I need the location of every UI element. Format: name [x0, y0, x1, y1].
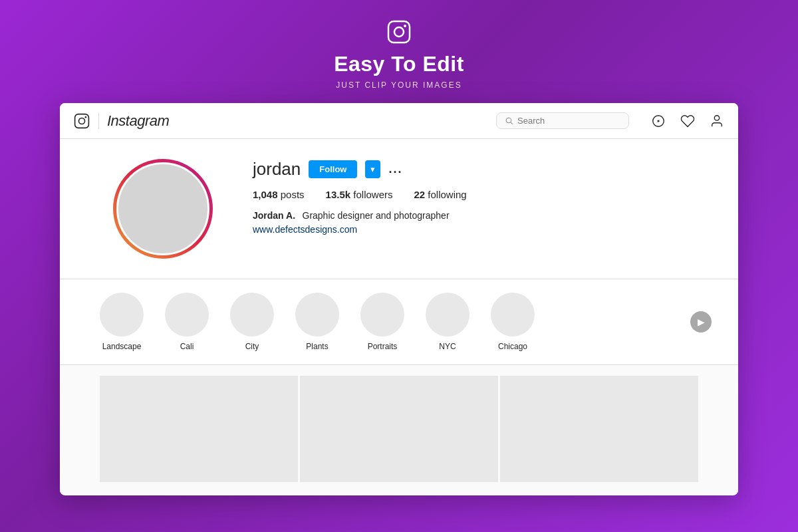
- nav-divider: [98, 113, 99, 129]
- story-item[interactable]: Portraits: [360, 293, 404, 351]
- story-label: Portraits: [368, 342, 398, 351]
- svg-rect-3: [75, 114, 89, 128]
- grid-item[interactable]: [100, 376, 298, 482]
- story-item[interactable]: Chicago: [491, 293, 535, 351]
- logo-area: Instagram: [73, 112, 169, 130]
- search-input[interactable]: [517, 116, 610, 126]
- follow-button[interactable]: Follow: [309, 160, 357, 178]
- story-circle: [426, 293, 469, 336]
- following-count: 22: [414, 189, 425, 200]
- avatar: [116, 162, 209, 255]
- header: Easy To Edit JUST CLIP YOUR IMAGES: [334, 0, 464, 103]
- instagram-logo-icon: [73, 112, 90, 130]
- instagram-wordmark: Instagram: [107, 112, 169, 130]
- svg-point-2: [404, 25, 406, 27]
- profile-section: jordan Follow ▾ ... 1,048 posts 13.5k fo…: [60, 139, 738, 279]
- posts-label: posts: [281, 189, 305, 200]
- page-subtitle: JUST CLIP YOUR IMAGES: [336, 80, 462, 90]
- svg-line-7: [511, 122, 512, 124]
- grid-item[interactable]: [300, 376, 498, 482]
- following-stat: 22 following: [414, 189, 466, 200]
- search-icon: [505, 116, 513, 125]
- story-label: City: [245, 342, 259, 351]
- story-label: Landscape: [102, 342, 142, 351]
- story-item[interactable]: City: [230, 293, 274, 351]
- stats-row: 1,048 posts 13.5k followers 22 following: [253, 189, 698, 200]
- user-icon[interactable]: [709, 113, 725, 129]
- avatar-container: [113, 159, 213, 259]
- instagram-header-icon: [386, 19, 412, 45]
- story-circle: [165, 293, 209, 336]
- svg-point-1: [394, 27, 404, 37]
- nav-icons: [650, 113, 725, 129]
- bio-row: Jordan A. Graphic designer and photograp…: [253, 209, 698, 235]
- story-label: NYC: [439, 342, 456, 351]
- bio-link[interactable]: www.defectsdesigns.com: [253, 224, 698, 235]
- follow-dropdown-button[interactable]: ▾: [365, 160, 380, 178]
- profile-info: jordan Follow ▾ ... 1,048 posts 13.5k fo…: [253, 159, 698, 235]
- more-options-button[interactable]: ...: [388, 162, 402, 176]
- following-label: following: [428, 189, 466, 200]
- svg-point-5: [85, 116, 87, 118]
- stories-section: LandscapeCaliCityPlantsPortraitsNYCChica…: [60, 279, 738, 365]
- bio-line: Jordan A. Graphic designer and photograp…: [253, 209, 698, 221]
- story-circle: [360, 293, 404, 336]
- story-label: Chicago: [498, 342, 527, 351]
- story-item[interactable]: Landscape: [100, 293, 144, 351]
- story-item[interactable]: Plants: [295, 293, 339, 351]
- bio-name: Jordan A.: [253, 210, 295, 221]
- svg-rect-0: [388, 21, 410, 43]
- followers-count: 13.5k: [326, 189, 351, 200]
- story-label: Plants: [306, 342, 328, 351]
- search-bar[interactable]: [496, 112, 629, 129]
- svg-point-4: [78, 118, 84, 124]
- story-circle: [491, 293, 535, 336]
- story-item[interactable]: Cali: [165, 293, 209, 351]
- story-item[interactable]: NYC: [426, 293, 469, 351]
- story-next-button[interactable]: ▶: [690, 311, 712, 332]
- main-card: Instagram: [60, 103, 738, 495]
- posts-count: 1,048: [253, 189, 278, 200]
- story-circle: [230, 293, 274, 336]
- followers-stat: 13.5k followers: [326, 189, 393, 200]
- svg-point-11: [714, 115, 719, 120]
- username: jordan: [253, 159, 301, 180]
- avatar-ring: [113, 159, 213, 259]
- story-circle: [100, 293, 144, 336]
- bio-description: Graphic designer and photographer: [303, 210, 450, 221]
- grid-section: [60, 365, 738, 493]
- grid-item[interactable]: [500, 376, 698, 482]
- instagram-navbar: Instagram: [60, 103, 738, 139]
- heart-icon[interactable]: [680, 113, 696, 129]
- compass-icon[interactable]: [650, 113, 666, 129]
- story-circle: [295, 293, 339, 336]
- svg-point-10: [658, 120, 659, 122]
- followers-label: followers: [353, 189, 392, 200]
- username-row: jordan Follow ▾ ...: [253, 159, 698, 180]
- page-title: Easy To Edit: [334, 52, 464, 76]
- story-label: Cali: [180, 342, 194, 351]
- posts-stat: 1,048 posts: [253, 189, 305, 200]
